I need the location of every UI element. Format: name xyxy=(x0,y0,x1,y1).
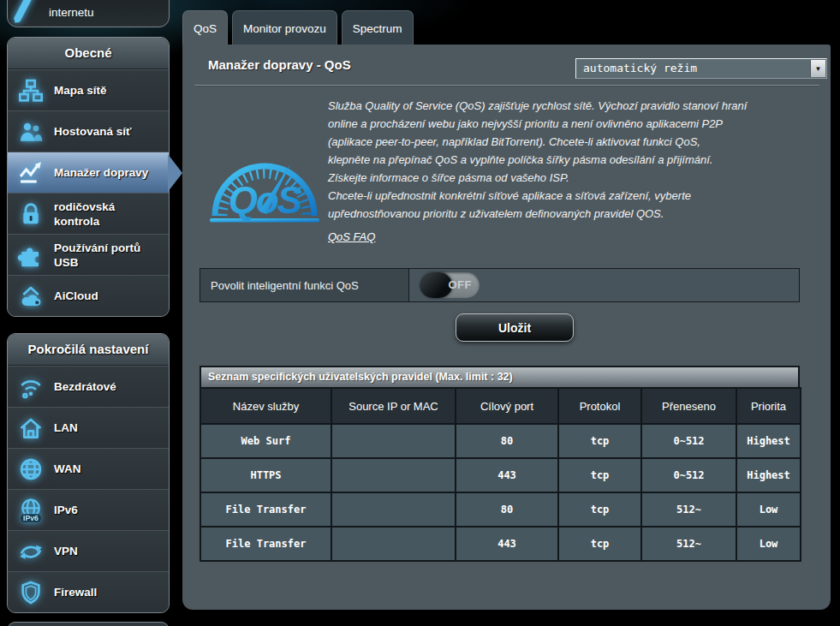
sidebar-item-label: rodičovská kontrola xyxy=(54,200,164,229)
cell-service: File Transfer xyxy=(200,527,331,561)
sidebar-item-label: WAN xyxy=(54,462,81,476)
ipv6-globe-icon: IPv6 xyxy=(16,497,45,524)
sidebar-item-wan[interactable]: WAN xyxy=(8,448,169,489)
cell-port: 80 xyxy=(456,492,558,527)
sidebar-item-label: Firewall xyxy=(54,585,97,599)
col-transferred: Přeneseno xyxy=(641,388,736,424)
sidebar-item-vpn[interactable]: VPN xyxy=(8,530,169,571)
tab-qos[interactable]: QoS xyxy=(182,10,228,45)
sidebar-item-label: Používání portů USB xyxy=(54,241,164,270)
qos-faq-link[interactable]: QoS FAQ xyxy=(328,230,375,243)
sidebar-item-network-map[interactable]: Mapa sítě xyxy=(8,69,169,110)
guest-network-icon xyxy=(16,118,45,146)
qos-speedometer-logo: QoS xyxy=(208,134,321,233)
cell-protocol: tcp xyxy=(558,492,641,527)
cell-service: File Transfer xyxy=(200,492,331,527)
cell-transferred: 0~512 xyxy=(641,424,736,458)
toggle-state-label: OFF xyxy=(449,272,473,298)
cell-transferred: 512~ xyxy=(641,527,736,561)
sidebar-item-ipv6[interactable]: IPv6 IPv6 xyxy=(8,489,169,530)
sidebar-section-partial xyxy=(7,622,170,626)
qos-description-block: Služba Quality of Service (QoS) zajišťuj… xyxy=(328,97,807,244)
sidebar-item-lan[interactable]: LAN xyxy=(8,407,169,448)
sidebar-item-usb-application[interactable]: Používání portů USB xyxy=(8,234,169,275)
cell-source xyxy=(331,492,456,527)
cell-service: Web Surf xyxy=(200,424,331,458)
cell-priority: Highest xyxy=(736,424,801,458)
cell-priority: Highest xyxy=(736,458,801,492)
sidebar-item-label: Bezdrátové xyxy=(54,379,116,394)
cell-protocol: tcp xyxy=(558,527,641,561)
cell-service: HTTPS xyxy=(200,458,331,492)
section-title-general: Obecné xyxy=(8,38,169,69)
wan-globe-icon xyxy=(16,456,45,483)
toggle-knob[interactable] xyxy=(420,272,452,298)
cell-port: 80 xyxy=(456,424,558,458)
cell-transferred: 0~512 xyxy=(641,458,736,492)
cell-priority: Low xyxy=(736,527,801,561)
sidebar-item-parental-control[interactable]: rodičovská kontrola xyxy=(8,193,169,234)
cell-source xyxy=(331,424,456,458)
quick-setup-label: internetu xyxy=(49,6,94,19)
wireless-icon xyxy=(16,373,45,401)
sidebar-section-general: Obecné Mapa sítě Hostovaná síť xyxy=(7,37,170,317)
table-row: File Transfer 443 tcp 512~ Low xyxy=(200,527,801,561)
parental-control-lock-icon xyxy=(16,200,45,228)
cell-source xyxy=(331,527,456,561)
qos-mode-select[interactable]: automatický režim ▼ xyxy=(575,58,827,79)
sidebar-item-aicloud[interactable]: AiCloud xyxy=(8,275,169,316)
sidebar-item-label: Mapa sítě xyxy=(54,83,107,98)
sidebar-item-label: AiCloud xyxy=(54,289,98,303)
cell-protocol: tcp xyxy=(558,458,641,492)
sidebar-item-guest-network[interactable]: Hostovaná síť xyxy=(8,110,169,152)
sidebar-item-wireless[interactable]: Bezdrátové xyxy=(8,366,169,407)
col-priority: Priorita xyxy=(736,388,801,424)
save-button[interactable]: Uložit xyxy=(456,313,574,342)
pen-icon xyxy=(10,0,39,26)
enable-qos-control-cell: OFF xyxy=(409,269,799,301)
sidebar-item-traffic-manager[interactable]: Manažer dopravy xyxy=(8,152,169,193)
cell-port: 443 xyxy=(456,527,558,561)
table-row: Web Surf 80 tcp 0~512 Highest xyxy=(200,424,801,458)
sidebar-section-advanced: Pokročilá nastavení Bezdrátové LAN xyxy=(7,333,170,613)
network-map-icon xyxy=(16,77,45,104)
col-service-name: Název služby xyxy=(200,388,331,424)
section-title-advanced: Pokročilá nastavení xyxy=(8,334,169,366)
tab-traffic-monitor[interactable]: Monitor provozu xyxy=(232,10,337,45)
rules-table: Název služby Source IP or MAC Cílový por… xyxy=(200,387,801,562)
enable-qos-row: Povolit inteligentní funkci QoS OFF xyxy=(200,268,800,302)
col-protocol: Protokol xyxy=(558,388,641,424)
qos-description: Služba Quality of Service (QoS) zajišťuj… xyxy=(328,97,807,223)
svg-text:QoS: QoS xyxy=(229,179,302,221)
rules-table-title: Seznam specifických uživatelských pravid… xyxy=(200,366,800,387)
traffic-manager-icon xyxy=(16,159,45,187)
sidebar-item-label: IPv6 xyxy=(54,503,78,517)
sidebar-item-firewall[interactable]: Firewall xyxy=(8,571,169,612)
aicloud-icon xyxy=(16,283,45,310)
qos-mode-value: automatický režim xyxy=(583,59,697,78)
cell-port: 443 xyxy=(456,458,558,492)
tab-spectrum[interactable]: Spectrum xyxy=(342,10,414,45)
firewall-shield-icon xyxy=(16,579,45,606)
sidebar-item-label: Hostovaná síť xyxy=(54,124,132,139)
tab-bar: QoS Monitor provozu Spectrum xyxy=(182,10,414,45)
table-row: File Transfer 80 tcp 512~ Low xyxy=(200,492,801,527)
vpn-arrows-icon xyxy=(16,538,45,565)
table-row: HTTPS 443 tcp 0~512 Highest xyxy=(200,458,801,492)
col-dest-port: Cílový port xyxy=(456,388,558,424)
title-divider xyxy=(194,85,819,86)
usb-app-puzzle-icon xyxy=(16,241,45,269)
cell-protocol: tcp xyxy=(558,424,641,458)
lan-house-icon xyxy=(16,414,45,442)
sidebar-item-label: Manažer dopravy xyxy=(54,165,148,180)
cell-transferred: 512~ xyxy=(641,492,736,527)
svg-text:IPv6: IPv6 xyxy=(23,513,39,522)
qos-toggle-switch[interactable]: OFF xyxy=(420,272,480,298)
enable-qos-label: Povolit inteligentní funkci QoS xyxy=(200,269,409,301)
main-panel: Manažer dopravy - QoS automatický režim … xyxy=(182,45,831,610)
cell-priority: Low xyxy=(736,492,801,527)
selected-item-arrow xyxy=(168,154,182,192)
dropdown-arrow-icon[interactable]: ▼ xyxy=(810,60,825,77)
page-title: Manažer dopravy - QoS xyxy=(208,57,351,72)
cell-source xyxy=(331,458,456,492)
